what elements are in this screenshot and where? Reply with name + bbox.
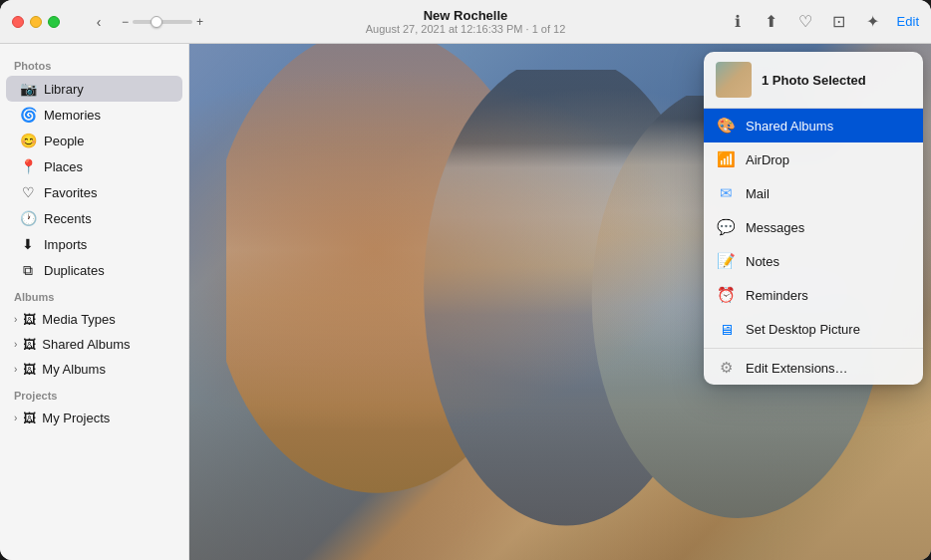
sidebar-item-my-albums[interactable]: › 🖼 My Albums — [6, 357, 182, 382]
sidebar: Photos 📷 Library 🌀 Memories 😊 People 📍 P… — [0, 44, 189, 560]
chevron-icon: › — [14, 413, 17, 423]
share-dropdown: 1 Photo Selected 🎨 Shared Albums 📶 AirDr… — [704, 52, 923, 385]
item-label: Notes — [746, 254, 779, 269]
notes-icon: 📝 — [716, 251, 736, 271]
item-label: Mail — [746, 186, 770, 201]
dropdown-item-reminders[interactable]: ⏰ Reminders — [704, 278, 923, 312]
sidebar-item-people[interactable]: 😊 People — [6, 128, 182, 153]
dropdown-header: 1 Photo Selected — [704, 52, 923, 109]
sidebar-item-my-projects[interactable]: › 🖼 My Projects — [6, 406, 182, 430]
item-label: AirDrop — [746, 152, 789, 167]
traffic-lights — [12, 16, 60, 28]
media-types-icon: 🖼 — [23, 312, 36, 327]
item-label: Messages — [746, 220, 804, 235]
photo-thumbnail — [716, 62, 752, 98]
dropdown-item-notes[interactable]: 📝 Notes — [704, 244, 923, 278]
edit-button[interactable]: Edit — [897, 14, 919, 29]
chevron-icon: › — [14, 339, 17, 350]
zoom-minus-icon: − — [122, 15, 129, 29]
sidebar-item-places[interactable]: 📍 Places — [6, 153, 182, 179]
places-icon: 📍 — [20, 158, 36, 174]
albums-section-label: Albums — [0, 283, 188, 307]
shared-albums-icon: 🎨 — [716, 116, 736, 136]
sidebar-item-label: Library — [44, 82, 84, 97]
toolbar-right: ℹ ⬆ ♡ ⊡ ✦ Edit — [728, 12, 919, 32]
sidebar-item-label: Places — [44, 159, 83, 174]
item-label: Set Desktop Picture — [746, 322, 860, 337]
titlebar: ‹ − + New Rochelle August 27, 2021 at 12… — [0, 0, 931, 44]
nav-controls: ‹ − + — [88, 11, 203, 33]
airdrop-icon: 📶 — [716, 149, 736, 169]
zoom-control[interactable]: − + — [122, 15, 203, 29]
chevron-icon: › — [14, 314, 17, 325]
close-button[interactable] — [12, 16, 24, 28]
sidebar-item-media-types[interactable]: › 🖼 Media Types — [6, 307, 182, 332]
zoom-slider[interactable] — [133, 20, 192, 24]
dropdown-divider — [704, 348, 923, 349]
favorites-icon: ♡ — [20, 184, 36, 200]
photo-area: 1 Photo Selected 🎨 Shared Albums 📶 AirDr… — [189, 44, 931, 560]
sidebar-item-shared-albums[interactable]: › 🖼 Shared Albums — [6, 332, 182, 357]
dropdown-item-shared-albums[interactable]: 🎨 Shared Albums — [704, 109, 923, 142]
photo-subtitle: August 27, 2021 at 12:16:33 PM · 1 of 12 — [366, 23, 566, 35]
photo-title: New Rochelle — [366, 8, 566, 23]
sidebar-item-label: Favorites — [44, 185, 97, 200]
dropdown-item-edit-extensions[interactable]: ⚙ Edit Extensions… — [704, 351, 923, 385]
duplicates-icon: ⧉ — [20, 262, 36, 278]
item-label: Shared Albums — [746, 119, 833, 134]
main-content: Photos 📷 Library 🌀 Memories 😊 People 📍 P… — [0, 44, 931, 560]
zoom-plus-icon: + — [196, 15, 203, 29]
my-projects-icon: 🖼 — [23, 411, 36, 425]
sidebar-item-favorites[interactable]: ♡ Favorites — [6, 179, 182, 205]
library-icon: 📷 — [20, 81, 36, 97]
desktop-icon: 🖥 — [716, 319, 736, 339]
sidebar-item-label: Imports — [44, 237, 87, 252]
sidebar-item-label: Memories — [44, 108, 101, 123]
messages-icon: 💬 — [716, 217, 736, 237]
fullscreen-button[interactable] — [48, 16, 60, 28]
crop-icon[interactable]: ⊡ — [829, 12, 849, 32]
dropdown-title: 1 Photo Selected — [762, 73, 866, 88]
sidebar-item-library[interactable]: 📷 Library — [6, 76, 182, 102]
sidebar-item-memories[interactable]: 🌀 Memories — [6, 102, 182, 128]
photos-section-label: Photos — [0, 52, 188, 76]
dropdown-item-set-desktop[interactable]: 🖥 Set Desktop Picture — [704, 312, 923, 346]
minimize-button[interactable] — [30, 16, 42, 28]
projects-section-label: Projects — [0, 382, 188, 406]
sidebar-item-label: Recents — [44, 211, 92, 226]
mail-icon: ✉ — [716, 183, 736, 203]
sidebar-item-recents[interactable]: 🕐 Recents — [6, 205, 182, 231]
sidebar-item-duplicates[interactable]: ⧉ Duplicates — [6, 257, 182, 283]
chevron-icon: › — [14, 364, 17, 375]
sidebar-item-label: Duplicates — [44, 263, 105, 278]
back-button[interactable]: ‹ — [88, 11, 110, 33]
sidebar-item-label: My Albums — [42, 362, 106, 377]
sidebar-item-imports[interactable]: ⬇ Imports — [6, 231, 182, 257]
dropdown-item-mail[interactable]: ✉ Mail — [704, 176, 923, 210]
titlebar-center: New Rochelle August 27, 2021 at 12:16:33… — [366, 8, 566, 35]
zoom-thumb — [151, 16, 162, 28]
sidebar-item-label: My Projects — [42, 411, 110, 425]
shared-albums-icon: 🖼 — [23, 337, 36, 352]
my-albums-icon: 🖼 — [23, 362, 36, 377]
info-icon[interactable]: ℹ — [728, 12, 748, 32]
reminders-icon: ⏰ — [716, 285, 736, 305]
sidebar-item-label: Media Types — [42, 312, 115, 327]
people-icon: 😊 — [20, 133, 36, 148]
main-window: ‹ − + New Rochelle August 27, 2021 at 12… — [0, 0, 931, 560]
share-icon[interactable]: ⬆ — [762, 12, 781, 32]
dropdown-item-airdrop[interactable]: 📶 AirDrop — [704, 142, 923, 176]
adjust-icon[interactable]: ✦ — [863, 12, 883, 32]
imports-icon: ⬇ — [20, 236, 36, 252]
extensions-icon: ⚙ — [716, 358, 736, 378]
recents-icon: 🕐 — [20, 210, 36, 226]
memories-icon: 🌀 — [20, 107, 36, 123]
dropdown-item-messages[interactable]: 💬 Messages — [704, 210, 923, 244]
item-label: Edit Extensions… — [746, 361, 848, 376]
item-label: Reminders — [746, 288, 808, 303]
heart-icon[interactable]: ♡ — [795, 12, 815, 32]
sidebar-item-label: People — [44, 134, 84, 148]
sidebar-item-label: Shared Albums — [42, 337, 130, 352]
